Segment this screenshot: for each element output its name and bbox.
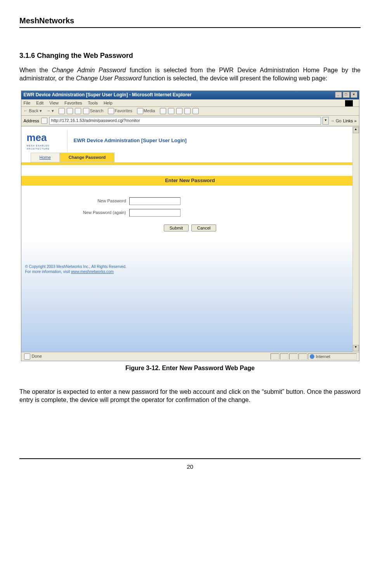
section-title: 3.1.6 Changing the Web Password (19, 51, 361, 60)
page-content: mea MESH ENABLED ARCHITECTURE EWR Device… (21, 126, 359, 352)
button-row: Submit Cancel (21, 224, 359, 231)
toolbar: ← Back ▾ → ▾ Search Favorites Media (21, 107, 359, 116)
page-title: EWR Device Administration [Super User Lo… (74, 137, 187, 144)
window-title-text: EWR Device Administration [Super User Lo… (24, 92, 192, 97)
menu-help[interactable]: Help (104, 101, 113, 105)
tab-row: Home Change Password (21, 153, 359, 162)
print-icon[interactable] (176, 108, 182, 114)
logo-text: mea (27, 131, 66, 144)
logo-subtitle: MESH ENABLED ARCHITECTURE (27, 144, 66, 151)
scroll-down-icon[interactable]: ▼ (353, 345, 359, 351)
done-icon (24, 353, 30, 360)
tab-home[interactable]: Home (31, 153, 60, 162)
menu-bar: File Edit View Favorites Tools Help (21, 99, 359, 107)
status-segments: Internet (271, 353, 357, 360)
status-bar: Done Internet (21, 352, 359, 361)
copyright-line1: © Copyright 2003 MeshNetworks Inc., All … (25, 264, 127, 269)
menu-edit[interactable]: Edit (36, 101, 43, 105)
favorites-button[interactable]: Favorites (108, 108, 132, 113)
status-seg-2 (280, 353, 288, 360)
stop-icon[interactable] (59, 108, 65, 114)
media-icon (137, 108, 143, 114)
menu-view[interactable]: View (49, 101, 59, 105)
back-button[interactable]: ← Back ▾ (24, 108, 42, 113)
search-icon (83, 108, 89, 114)
window-buttons: _ □ × (335, 92, 357, 98)
media-button[interactable]: Media (137, 108, 155, 113)
label-new-password-again: New Password (again) (72, 210, 126, 215)
mail-icon[interactable] (168, 108, 174, 114)
menu-tools[interactable]: Tools (88, 101, 98, 105)
brand-header: MeshNetworks (19, 16, 361, 28)
links-button[interactable]: Links » (343, 118, 357, 124)
scroll-up-icon[interactable]: ▲ (353, 127, 359, 133)
page-number: 20 (187, 463, 193, 470)
tab-change-password[interactable]: Change Password (60, 153, 115, 162)
copyright: © Copyright 2003 MeshNetworks Inc., All … (25, 264, 127, 274)
row-new-password: New Password (21, 197, 359, 205)
address-label: Address (24, 118, 39, 124)
status-done: Done (24, 353, 271, 360)
label-new-password: New Password (72, 198, 126, 204)
closing-paragraph: The operator is expected to enter a new … (19, 388, 361, 404)
scrollbar[interactable]: ▲ ▼ (352, 127, 359, 352)
refresh-icon[interactable] (67, 108, 73, 114)
para1-italic1: Change Admin Password (52, 67, 126, 73)
para1-after: function is selected, the device will pr… (142, 75, 328, 82)
figure-caption: Figure 3-12. Enter New Password Web Page (19, 364, 361, 372)
page-header: mea MESH ENABLED ARCHITECTURE EWR Device… (21, 127, 359, 153)
form-body: New Password New Password (again) Submit… (21, 186, 359, 239)
ie-logo-icon (345, 100, 353, 106)
copyright-link[interactable]: www.meshnetworks.com (71, 270, 114, 274)
edit-icon[interactable] (184, 108, 191, 114)
window-titlebar: EWR Device Administration [Super User Lo… (21, 91, 359, 99)
discuss-icon[interactable] (193, 108, 199, 114)
input-new-password[interactable] (129, 197, 180, 205)
page-icon (41, 118, 47, 124)
forward-button[interactable]: → ▾ (46, 108, 54, 113)
address-input[interactable]: http://172.16.1.53/admin/password.cgi?mo… (49, 117, 321, 125)
page-footer: 20 (19, 458, 361, 471)
address-dropdown[interactable]: ▼ (323, 117, 329, 125)
intro-paragraph: When the Change Admin Password function … (19, 66, 361, 83)
status-zone: Internet (308, 353, 357, 360)
minimize-button[interactable]: _ (335, 92, 342, 98)
browser-screenshot: EWR Device Administration [Super User Lo… (21, 90, 359, 361)
input-new-password-again[interactable] (129, 209, 180, 217)
status-seg-1 (271, 353, 279, 360)
row-new-password-again: New Password (again) (21, 209, 359, 217)
status-seg-4 (298, 353, 307, 360)
close-button[interactable]: × (351, 92, 357, 98)
search-button[interactable]: Search (83, 108, 103, 113)
logo: mea MESH ENABLED ARCHITECTURE (25, 130, 68, 152)
para1-italic2: Change User Password (76, 75, 142, 82)
cancel-button[interactable]: Cancel (191, 224, 216, 231)
internet-zone-icon (310, 354, 314, 359)
form-heading: Enter New Password (21, 176, 359, 186)
go-button[interactable]: → Go (330, 118, 342, 124)
home-icon[interactable] (75, 108, 81, 114)
status-seg-3 (289, 353, 298, 360)
menu-file[interactable]: File (24, 101, 31, 105)
submit-button[interactable]: Submit (164, 224, 189, 231)
menu-favorites[interactable]: Favorites (64, 101, 82, 105)
copyright-line2-pre: For more information, visit (25, 270, 71, 274)
favorites-icon (108, 108, 114, 114)
para1-before: When the (19, 67, 52, 73)
maximize-button[interactable]: □ (343, 92, 350, 98)
address-bar: Address http://172.16.1.53/admin/passwor… (21, 116, 359, 126)
yellow-strip (21, 163, 359, 165)
history-icon[interactable] (160, 108, 166, 114)
